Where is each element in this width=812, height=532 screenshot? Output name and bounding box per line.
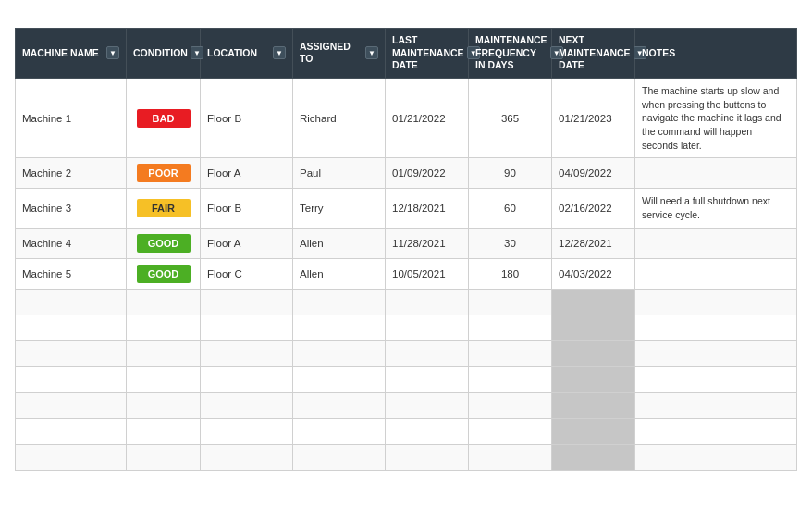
- cell-condition: FAIR: [127, 189, 201, 228]
- maintenance-table: MACHINE NAME▼CONDITION▼LOCATION▼ASSIGNED…: [15, 28, 797, 471]
- condition-badge: FAIR: [137, 199, 191, 217]
- cell-notes: [635, 228, 797, 258]
- cell-maintenance-frequency: 90: [469, 158, 552, 189]
- cell-location: Floor B: [201, 78, 293, 157]
- column-label-machine_name: MACHINE NAME: [22, 47, 99, 60]
- cell-maintenance-frequency: 180: [469, 258, 552, 289]
- cell-machine-name: Machine 3: [16, 189, 127, 228]
- cell-location: Floor C: [201, 258, 293, 289]
- cell-notes: Will need a full shutdown next service c…: [635, 189, 797, 228]
- cell-next-maintenance-date: 04/09/2022: [552, 158, 635, 189]
- cell-machine-name: Machine 1: [16, 78, 127, 157]
- column-label-assigned_to: ASSIGNED TO: [300, 41, 363, 66]
- column-header-last_maintenance_date: LAST MAINTENANCE DATE▼: [386, 29, 469, 79]
- column-label-maintenance_frequency: MAINTENANCE FREQUENCY in Days: [475, 34, 547, 72]
- cell-machine-name: Machine 2: [16, 158, 127, 189]
- column-label-last_maintenance_date: LAST MAINTENANCE DATE: [392, 34, 464, 72]
- cell-last-maintenance-date: 11/28/2021: [386, 228, 469, 258]
- column-header-location: LOCATION▼: [201, 29, 293, 79]
- cell-assigned-to: Allen: [293, 228, 386, 258]
- condition-badge: GOOD: [137, 265, 191, 283]
- cell-location: Floor B: [201, 189, 293, 228]
- table-header-row: MACHINE NAME▼CONDITION▼LOCATION▼ASSIGNED…: [16, 29, 797, 79]
- dropdown-icon-location[interactable]: ▼: [273, 46, 286, 59]
- empty-row: [16, 418, 797, 444]
- cell-location: Floor A: [201, 158, 293, 189]
- column-header-assigned_to: ASSIGNED TO▼: [293, 29, 386, 79]
- condition-badge: BAD: [137, 109, 191, 128]
- cell-last-maintenance-date: 12/18/2021: [386, 189, 469, 228]
- empty-row: [16, 366, 797, 392]
- table-row: Machine 5GOODFloor CAllen10/05/202118004…: [16, 258, 797, 289]
- table-row: Machine 3FAIRFloor BTerry12/18/20216002/…: [16, 189, 797, 228]
- cell-notes: [635, 158, 797, 189]
- column-label-condition: CONDITION: [133, 47, 188, 60]
- cell-assigned-to: Richard: [293, 78, 386, 157]
- empty-row: [16, 392, 797, 418]
- cell-next-maintenance-date: 02/16/2022: [552, 189, 635, 228]
- cell-notes: [635, 258, 797, 289]
- dropdown-icon-machine_name[interactable]: ▼: [106, 46, 119, 59]
- cell-next-maintenance-date: 12/28/2021: [552, 228, 635, 258]
- condition-badge: GOOD: [137, 234, 191, 253]
- cell-condition: BAD: [127, 78, 201, 157]
- dropdown-icon-assigned_to[interactable]: ▼: [365, 46, 378, 59]
- empty-row: [16, 444, 797, 470]
- cell-machine-name: Machine 4: [16, 228, 127, 258]
- cell-condition: POOR: [127, 158, 201, 189]
- table-row: Machine 2POORFloor APaul01/09/20229004/0…: [16, 158, 797, 189]
- cell-last-maintenance-date: 10/05/2021: [386, 258, 469, 289]
- column-header-condition: CONDITION▼: [127, 29, 201, 79]
- table-row: Machine 4GOODFloor AAllen11/28/20213012/…: [16, 228, 797, 258]
- column-header-next_maintenance_date: NEXT MAINTENANCE DATE▼: [552, 29, 635, 79]
- column-header-machine_name: MACHINE NAME▼: [16, 29, 127, 79]
- cell-maintenance-frequency: 60: [469, 189, 552, 228]
- table-row: Machine 1BADFloor BRichard01/21/20223650…: [16, 78, 797, 157]
- cell-assigned-to: Allen: [293, 258, 386, 289]
- cell-location: Floor A: [201, 228, 293, 258]
- cell-next-maintenance-date: 04/03/2022: [552, 258, 635, 289]
- column-label-notes: NOTES: [642, 47, 675, 60]
- cell-notes: The machine starts up slow and when pres…: [635, 78, 797, 157]
- empty-row: [16, 340, 797, 366]
- cell-condition: GOOD: [127, 228, 201, 258]
- cell-maintenance-frequency: 30: [469, 228, 552, 258]
- empty-row: [16, 315, 797, 340]
- column-label-location: LOCATION: [207, 47, 257, 60]
- cell-next-maintenance-date: 01/21/2023: [552, 78, 635, 157]
- cell-condition: GOOD: [127, 258, 201, 289]
- cell-machine-name: Machine 5: [16, 258, 127, 289]
- column-header-maintenance_frequency: MAINTENANCE FREQUENCY in Days▼: [469, 29, 552, 79]
- cell-assigned-to: Paul: [293, 158, 386, 189]
- cell-maintenance-frequency: 365: [469, 78, 552, 157]
- cell-assigned-to: Terry: [293, 189, 386, 228]
- column-header-notes: NOTES: [635, 29, 797, 79]
- condition-badge: POOR: [137, 164, 191, 182]
- cell-last-maintenance-date: 01/21/2022: [386, 78, 469, 157]
- empty-row: [16, 289, 797, 315]
- column-label-next_maintenance_date: NEXT MAINTENANCE DATE: [559, 34, 631, 72]
- cell-last-maintenance-date: 01/09/2022: [386, 158, 469, 189]
